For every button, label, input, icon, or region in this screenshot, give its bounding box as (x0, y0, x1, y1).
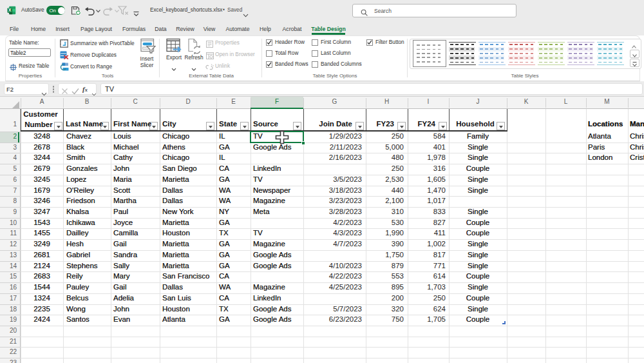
svg-text:X: X (8, 8, 12, 12)
